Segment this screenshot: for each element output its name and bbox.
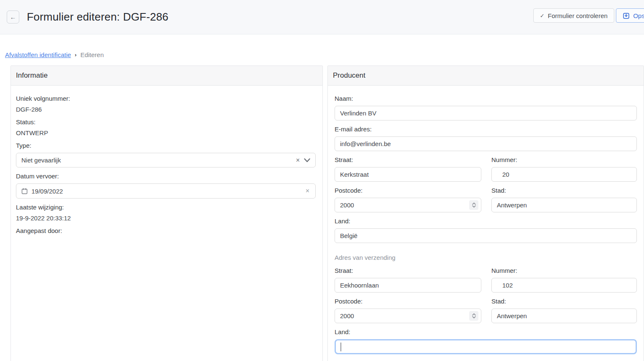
panel-producent-title: Producent — [333, 71, 366, 80]
number-stepper-icon[interactable] — [469, 311, 478, 321]
verzending-postcode-label: Postcode: — [335, 298, 481, 305]
breadcrumb-current: Editeren — [80, 51, 104, 58]
breadcrumb-separator-icon: › — [75, 52, 76, 58]
verzending-postcode-input[interactable] — [335, 309, 481, 323]
top-header: ← Formulier editeren: DGF-286 ✓ Formulie… — [0, 0, 644, 34]
straat-input[interactable] — [335, 167, 481, 182]
land-label: Land: — [335, 217, 637, 225]
aangepast-door-value — [16, 238, 316, 246]
type-select-value: Niet gevaarlijk — [21, 157, 295, 164]
type-clear-icon[interactable]: × — [295, 157, 301, 164]
save-icon — [623, 12, 630, 19]
postcode-label: Postcode: — [335, 187, 481, 194]
naam-input[interactable] — [335, 106, 637, 120]
status-label: Status: — [16, 118, 316, 126]
text-caret — [340, 343, 341, 351]
verzending-nummer-label: Nummer: — [491, 267, 637, 274]
panel-producent-body: Naam: E-mail adres: Straat: Nummer: Post… — [328, 86, 644, 361]
breadcrumb-link-afvalstoffen[interactable]: Afvalstoffen identificatie — [5, 51, 71, 58]
adres-van-verzending-title: Adres van verzending — [335, 254, 637, 261]
check-form-button-label: Formulier controleren — [548, 12, 608, 19]
verzending-land-label: Land: — [335, 328, 637, 335]
nummer-label: Nummer: — [491, 156, 637, 163]
datum-vervoer-label: Datum vervoer: — [16, 173, 316, 180]
verzending-nummer-input[interactable] — [491, 278, 637, 293]
verzending-stad-label: Stad: — [491, 298, 637, 305]
panel-producent: Producent Naam: E-mail adres: Straat: Nu… — [327, 65, 644, 361]
nummer-input[interactable] — [491, 167, 637, 182]
uniek-volgnummer-label: Uniek volgnummer: — [16, 95, 316, 102]
check-icon: ✓ — [540, 13, 545, 19]
verzending-land-input[interactable] — [335, 339, 637, 354]
email-input[interactable] — [335, 136, 637, 151]
type-select[interactable]: Niet gevaarlijk × — [16, 153, 316, 167]
status-value: ONTWERP — [16, 129, 316, 137]
type-label: Type: — [16, 142, 316, 149]
page-title: Formulier editeren: DGF-286 — [27, 10, 169, 24]
laatste-wijziging-value: 19-9-2022 20:33:12 — [16, 215, 316, 222]
stad-input[interactable] — [491, 198, 637, 212]
verzending-straat-input[interactable] — [335, 278, 481, 293]
main-content: Informatie Uniek volgnummer: DGF-286 Sta… — [0, 65, 644, 361]
panel-producent-header: Producent — [328, 66, 644, 86]
laatste-wijziging-label: Laatste wijziging: — [16, 204, 316, 211]
header-actions: ✓ Formulier controleren Opslaan — [533, 8, 644, 23]
naam-label: Naam: — [335, 95, 637, 102]
back-button[interactable]: ← — [7, 10, 19, 24]
email-label: E-mail adres: — [335, 126, 637, 133]
datum-vervoer-value: 19/09/2022 — [31, 188, 305, 195]
check-form-button[interactable]: ✓ Formulier controleren — [533, 8, 614, 23]
breadcrumb: Afvalstoffen identificatie › Editeren — [0, 34, 644, 58]
panel-informatie-header: Informatie — [11, 66, 322, 86]
verzending-straat-label: Straat: — [335, 267, 481, 274]
number-stepper-icon[interactable] — [469, 200, 478, 210]
panel-informatie-title: Informatie — [16, 71, 48, 80]
verzending-stad-input[interactable] — [491, 309, 637, 323]
aangepast-door-label: Aangepast door: — [16, 227, 316, 234]
chevron-down-icon[interactable] — [304, 158, 310, 162]
uniek-volgnummer-value: DGF-286 — [16, 106, 316, 113]
save-button[interactable]: Opslaan — [616, 8, 644, 23]
land-input[interactable] — [335, 228, 637, 243]
panel-informatie-body: Uniek volgnummer: DGF-286 Status: ONTWER… — [11, 86, 322, 256]
postcode-input[interactable] — [335, 198, 481, 212]
stad-label: Stad: — [491, 187, 637, 194]
save-button-label: Opslaan — [633, 12, 644, 19]
datum-vervoer-input[interactable]: 19/09/2022 × — [16, 183, 316, 199]
panel-informatie: Informatie Uniek volgnummer: DGF-286 Sta… — [10, 65, 323, 361]
straat-label: Straat: — [335, 156, 481, 163]
date-clear-icon[interactable]: × — [305, 188, 310, 194]
calendar-icon — [21, 188, 28, 194]
